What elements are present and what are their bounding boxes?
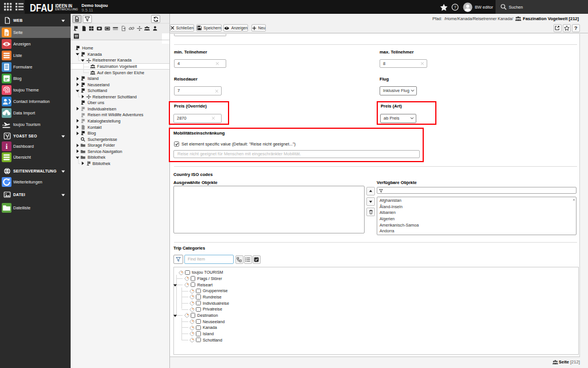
svg-text:?: ? — [454, 5, 456, 10]
svg-text:i: i — [5, 143, 7, 151]
